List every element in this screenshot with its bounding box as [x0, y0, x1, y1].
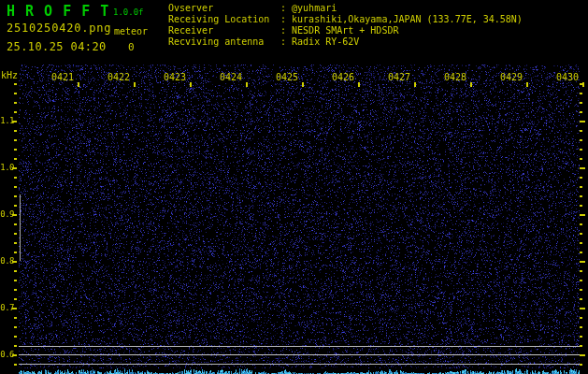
- station-info-row: Receiving Location: kurashiki,Okayama,JA…: [168, 14, 523, 25]
- app-title: H R O F F T: [7, 5, 109, 19]
- station-info-row: Recviving antenna: Radix RY-62V: [168, 36, 523, 48]
- datetime: 25.10.25 04:20: [7, 41, 107, 52]
- time-tick-label: 0425: [276, 73, 298, 82]
- info-label: Receiver: [168, 25, 280, 36]
- info-value: kurashiki,Okayama,JAPAN (133.77E, 34.58N…: [292, 14, 523, 24]
- hrofft-screen: H R O F F T 1.0.0f 2510250420.png meteor…: [0, 0, 588, 374]
- info-colon: :: [280, 14, 292, 24]
- info-colon: :: [280, 36, 292, 47]
- info-label: Ovserver: [168, 3, 280, 14]
- time-tick-label: 0427: [388, 73, 410, 82]
- info-colon: :: [280, 3, 292, 13]
- freq-tick-label: 0.7: [0, 303, 14, 312]
- time-tick-label: 0429: [500, 73, 523, 82]
- freq-tick-label: 1.1: [0, 116, 14, 125]
- info-label: Recviving antenna: [168, 36, 280, 48]
- freq-tick-label: 0.9: [0, 209, 14, 219]
- time-tick-label: 0430: [556, 73, 579, 82]
- time-tick-label: 0422: [108, 73, 130, 82]
- station-info-row: Ovserver: @yuhmari: [168, 3, 523, 14]
- info-value: NESDR SMArt + HDSDR: [292, 25, 398, 36]
- meteor-label: meteor: [114, 27, 148, 36]
- info-value: Radix RY-62V: [292, 36, 359, 47]
- meteor-count: 0: [128, 42, 135, 52]
- info-colon: :: [280, 25, 292, 36]
- app-version: 1.0.0f: [113, 8, 144, 17]
- spectrogram-canvas: [0, 0, 588, 374]
- time-tick-label: 0423: [164, 73, 186, 82]
- time-tick-label: 0421: [51, 73, 74, 82]
- info-label: Receiving Location: [168, 14, 280, 25]
- freq-tick-label: 1.0: [0, 163, 14, 172]
- output-filename: 2510250420.png: [7, 22, 111, 34]
- time-tick-label: 0424: [220, 73, 242, 82]
- freq-tick-label: 0.6: [0, 350, 14, 359]
- y-axis-unit-label: kHz: [1, 71, 18, 80]
- freq-tick-label: 0.8: [0, 256, 14, 266]
- time-tick-label: 0426: [332, 73, 354, 82]
- time-tick-label: 0428: [444, 73, 466, 82]
- info-value: @yuhmari: [292, 3, 337, 13]
- station-info: Ovserver: @yuhmariReceiving Location: ku…: [168, 3, 523, 48]
- station-info-row: Receiver: NESDR SMArt + HDSDR: [168, 25, 523, 36]
